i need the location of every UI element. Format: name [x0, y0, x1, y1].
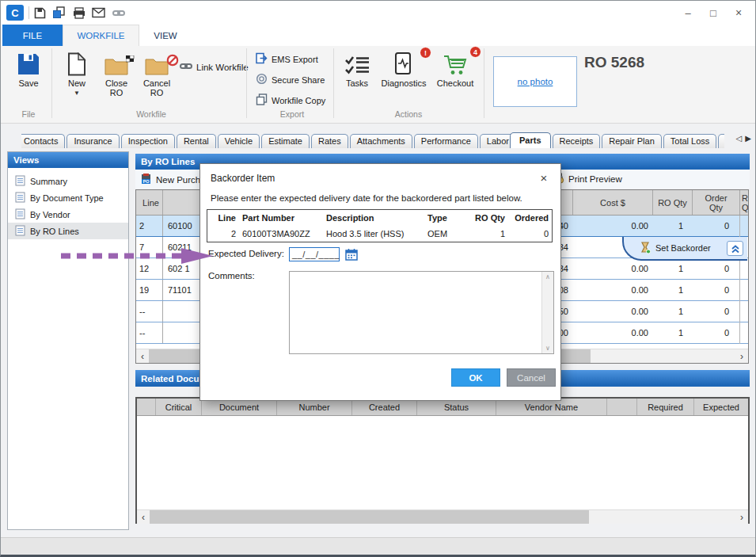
new-button[interactable]: New ▼ [59, 49, 94, 97]
dialog-title: Backorder Item [211, 173, 275, 184]
link-workfile-button[interactable]: Link Workfile [180, 62, 249, 72]
close-ro-button[interactable]: CloseRO [97, 49, 135, 97]
tab-notes[interactable]: Notes [718, 134, 724, 148]
tab-view[interactable]: VIEW [139, 25, 192, 46]
tab-inspection[interactable]: Inspection [121, 134, 175, 148]
related-documents-empty-body [137, 416, 748, 509]
sidebar-item-summary[interactable]: Summary [8, 173, 128, 189]
scroll-down-icon[interactable]: ∨ [545, 345, 550, 352]
save-icon[interactable] [32, 6, 47, 19]
tab-attachments[interactable]: Attachments [350, 134, 412, 148]
tab-workfile[interactable]: WORKFILE [63, 25, 139, 46]
view-doc-icon [15, 192, 25, 204]
related-horizontal-scrollbar[interactable]: ‹ › [137, 509, 748, 524]
calendar-icon[interactable] [345, 248, 358, 262]
new-purchase-order-button[interactable]: PO New Purcha [140, 173, 206, 186]
ems-export-button[interactable]: EMS Export [253, 49, 318, 69]
new-page-icon [59, 49, 94, 76]
pointer-arrow [58, 247, 216, 265]
column-header-expected[interactable]: Expected [694, 399, 748, 415]
tab-total-loss[interactable]: Total Loss [663, 134, 717, 148]
link-icon[interactable] [112, 6, 126, 19]
scroll-right-icon[interactable]: › [735, 349, 748, 363]
divider [28, 6, 29, 19]
new-dropdown-caret[interactable]: ▼ [59, 90, 94, 97]
column-header-order-qty[interactable]: OrderQty [693, 190, 740, 215]
comments-textarea[interactable]: ∧ ∨ [289, 271, 554, 354]
tab-estimate[interactable]: Estimate [261, 134, 310, 148]
scroll-left-icon[interactable]: ‹ [137, 510, 150, 524]
close-button[interactable]: × [728, 6, 749, 20]
tab-scroll-right-icon[interactable]: ▶ [745, 134, 751, 143]
expected-delivery-input[interactable]: __/__/____ [289, 247, 340, 261]
column-header-required[interactable]: Required [637, 399, 694, 415]
app-logo[interactable]: C [6, 5, 24, 21]
workfile-copy-button[interactable]: Workfile Copy [253, 90, 325, 110]
link-chain-icon [180, 62, 192, 72]
secure-share-button[interactable]: Secure Share [253, 70, 325, 90]
sidebar-item-by-document-type[interactable]: By Document Type [8, 189, 128, 206]
tab-contacts[interactable]: Contacts [21, 134, 65, 148]
tasks-button[interactable]: Tasks [338, 49, 376, 88]
scroll-left-icon[interactable]: ‹ [136, 349, 149, 363]
backorder-table-row: 2 60100T3MA90ZZ Hood 3.5 liter (HSS) OEM… [207, 226, 552, 242]
tab-scroll-left-icon[interactable]: ◁ [736, 134, 743, 143]
collapse-chevron-button[interactable] [727, 241, 743, 256]
column-header-created[interactable]: Created [352, 399, 417, 415]
minimize-button[interactable]: – [678, 6, 698, 20]
column-header-number[interactable]: Number [277, 399, 352, 415]
tab-rates[interactable]: Rates [311, 134, 348, 148]
purchase-order-icon: PO [140, 173, 152, 186]
tab-repair-plan[interactable]: Repair Plan [602, 134, 661, 148]
tab-vehicle[interactable]: Vehicle [218, 134, 260, 148]
tab-file[interactable]: FILE [2, 25, 63, 46]
ribbon-tab-row: FILE WORKFILE VIEW [1, 25, 755, 46]
tasks-checklist-icon [338, 49, 376, 76]
dialog-close-icon[interactable]: × [537, 170, 551, 185]
column-header-ro-qty[interactable]: RO Qty [653, 190, 693, 215]
tab-rental[interactable]: Rental [177, 134, 216, 148]
comments-scrollbar[interactable]: ∧ ∨ [541, 272, 553, 353]
status-bar [1, 537, 755, 555]
ro-number: RO 5268 [584, 54, 644, 71]
tab-scroll-buttons: ◁ ▶ [736, 134, 751, 143]
column-header-status[interactable]: Status [417, 399, 496, 415]
tab-insurance[interactable]: Insurance [66, 134, 119, 148]
views-header: Views [8, 152, 128, 168]
tab-parts[interactable]: Parts [510, 132, 551, 148]
save-button[interactable]: Save [10, 49, 47, 88]
tab-receipts[interactable]: Receipts [553, 134, 601, 148]
column-header-line[interactable]: Line [136, 190, 163, 215]
cancel-ro-button[interactable]: CancelRO [137, 49, 177, 97]
column-header-blank [607, 399, 637, 415]
column-header-cost[interactable]: Cost $ [573, 190, 653, 215]
tab-performance[interactable]: Performance [414, 134, 478, 148]
print-icon[interactable] [72, 6, 86, 19]
copy-workfile-icon[interactable] [51, 6, 66, 19]
workfile-copy-icon [256, 93, 268, 107]
column-header-vendor-name[interactable]: Vendor Name [496, 399, 607, 415]
scroll-up-icon[interactable]: ∧ [545, 273, 550, 280]
ribbon: Save File New ▼ CloseRO CancelRO [1, 46, 755, 124]
svg-text:PO: PO [143, 179, 150, 184]
sidebar-item-by-vendor[interactable]: By Vendor [8, 206, 128, 223]
diagnostics-button[interactable]: ! Diagnostics [379, 49, 428, 88]
maximize-button[interactable]: □ [703, 6, 724, 20]
diagnostics-icon: ! [379, 49, 428, 76]
expected-delivery-label: Expected Delivery: [208, 249, 284, 258]
column-header-critical[interactable]: Critical [156, 399, 202, 415]
no-photo-link[interactable]: no photo [518, 77, 553, 86]
cancel-button[interactable]: Cancel [507, 368, 556, 387]
ok-button[interactable]: OK [451, 368, 500, 387]
column-header-document[interactable]: Document [202, 399, 277, 415]
sidebar-item-by-ro-lines[interactable]: By RO Lines [8, 223, 128, 239]
mail-icon[interactable] [91, 6, 105, 19]
scroll-right-icon[interactable]: › [735, 510, 748, 524]
divider [246, 48, 247, 118]
checkout-button[interactable]: 4 Checkout [433, 49, 477, 88]
column-header-partial[interactable]: RQ [740, 190, 748, 215]
title-bar: C – □ × [1, 1, 755, 25]
scrollbar-thumb[interactable] [150, 510, 589, 524]
set-backorder-flyout[interactable]: Set Backorder [622, 237, 747, 261]
print-preview-button[interactable]: Print Preview [553, 173, 622, 185]
